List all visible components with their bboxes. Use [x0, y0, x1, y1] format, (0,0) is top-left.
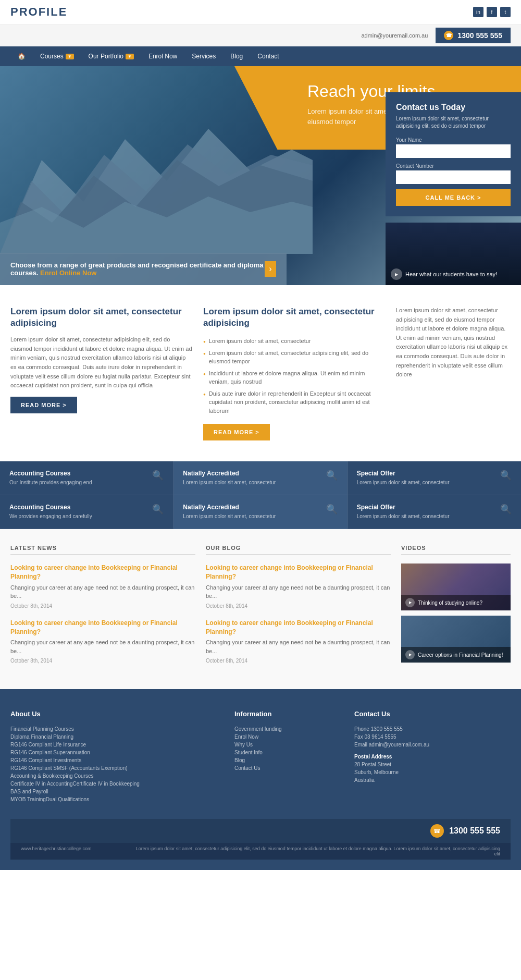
feature-item-2: Natially Accredited Lorem ipsum dolor si…: [173, 461, 347, 495]
video-thumb-2[interactable]: ▶ Career options in Financial Planning!: [401, 616, 511, 663]
top-bar: PROFILE in f t: [0, 0, 521, 24]
footer-link[interactable]: Certificate IV in AccountingCertificate …: [10, 780, 219, 788]
news-date-1: October 8th, 2014: [10, 603, 52, 609]
read-more-button-dark[interactable]: READ MORE >: [10, 397, 77, 413]
footer-link[interactable]: RG146 Compliant Investments: [10, 756, 219, 764]
video-thumb-1[interactable]: ▶ Thinking of studying online?: [401, 564, 511, 610]
footer-contact-title: Contact Us: [354, 710, 511, 718]
footer-link[interactable]: RG146 Compliant SMSF (Accountants Exempt…: [10, 764, 219, 772]
footer-postal-label: Postal Address: [354, 753, 511, 761]
bullet-item: ●Incididunt ut labore et dolore magna al…: [203, 368, 386, 388]
footer-phone-bar: ☎ 1300 555 555: [10, 819, 511, 843]
footer-fax: Fax 03 9614 5555: [354, 733, 511, 741]
nav-courses[interactable]: Courses ▼: [33, 46, 81, 66]
footer-info-link[interactable]: Student Info: [234, 749, 339, 756]
facebook-icon[interactable]: f: [487, 7, 497, 17]
twitter-icon[interactable]: t: [500, 7, 511, 17]
news-text-2: Changing your career at any age need not…: [10, 638, 195, 655]
footer-phone: Phone 1300 555 555: [354, 725, 511, 733]
nav-home[interactable]: 🏠: [10, 46, 33, 66]
news-item-1: Looking to career change into Bookkeepin…: [10, 564, 195, 609]
feature-title-4: Accounting Courses: [9, 504, 92, 511]
footer-bottom-text: Lorem ipsum dolor sit amet, consectetur …: [135, 846, 500, 856]
blog-item-1: Looking to career change into Bookkeepin…: [206, 564, 391, 609]
bullet-item: ●Duis aute irure dolor in reprehenderit …: [203, 388, 386, 417]
hero-enrol-link[interactable]: Enrol Online Now: [40, 269, 96, 277]
feature-icon-1: 🔍: [152, 470, 164, 481]
blog-link-2[interactable]: Looking to career change into Bookkeepin…: [206, 619, 391, 636]
footer-email: Email admin@youremail.com.au: [354, 741, 511, 749]
footer-contact-details: Phone 1300 555 555 Fax 03 9614 5555 Emai…: [354, 725, 511, 784]
video-overlay-1: ▶ Thinking of studying online?: [401, 595, 511, 610]
name-label: Your Name: [396, 137, 511, 143]
footer-link[interactable]: RG146 Compliant Life Insurance: [10, 741, 219, 749]
read-more-button-orange[interactable]: READ MORE >: [203, 424, 270, 440]
nav-contact[interactable]: Contact: [250, 46, 286, 66]
call-back-button[interactable]: CALL ME BACK >: [396, 189, 511, 206]
blog-text-1: Changing your career at any age need not…: [206, 583, 391, 601]
news-blog-section: LATEST NEWS Looking to career change int…: [0, 529, 521, 689]
blog-text-2: Changing your career at any age need not…: [206, 638, 391, 655]
night-play-btn[interactable]: ▶: [391, 268, 402, 280]
name-input[interactable]: [396, 144, 511, 158]
hero-banner-text: Choose from a range of great products an…: [10, 261, 265, 277]
news-col: LATEST NEWS Looking to career change int…: [10, 545, 195, 673]
blog-section-title: OUR BLOG: [206, 545, 391, 555]
nav-services[interactable]: Services: [184, 46, 223, 66]
blog-col: OUR BLOG Looking to career change into B…: [206, 545, 391, 673]
feature-title-2: Natially Accredited: [183, 470, 276, 477]
footer-link[interactable]: Accounting & Bookkeeping Courses: [10, 772, 219, 780]
footer-link[interactable]: Financial Planning Courses: [10, 725, 219, 733]
nav-portfolio[interactable]: Our Portfolio ▼: [81, 46, 141, 66]
video-play-1[interactable]: ▶: [405, 598, 415, 607]
bullet-item: ●Lorem ipsum dolor sit amet, consectetur: [203, 335, 386, 347]
footer-contact: Contact Us Phone 1300 555 555 Fax 03 961…: [354, 710, 511, 803]
contact-bar: admin@youremail.com.au ☎ 1300 555 555: [0, 24, 521, 46]
footer-link[interactable]: BAS and Payroll: [10, 788, 219, 795]
col1-title: Lorem ipsum dolor sit amet, consectetur …: [10, 306, 193, 329]
news-link-2[interactable]: Looking to career change into Bookkeepin…: [10, 619, 195, 636]
feature-icon-3: 🔍: [500, 470, 512, 481]
hero-banner: Choose from a range of great products an…: [0, 253, 287, 285]
footer-info-link[interactable]: Blog: [234, 756, 339, 764]
linkedin-icon[interactable]: in: [473, 7, 483, 17]
footer-info-link[interactable]: Contact Us: [234, 764, 339, 772]
contact-form-overlay: Contact us Today Lorem ipsum dolor sit a…: [386, 92, 521, 216]
news-link-1[interactable]: Looking to career change into Bookkeepin…: [10, 564, 195, 581]
hero-arrow-btn[interactable]: ›: [265, 261, 276, 277]
footer-info: Information Government funding Enrol Now…: [234, 710, 339, 803]
feature-icon-2: 🔍: [326, 470, 338, 481]
contact-input[interactable]: [396, 170, 511, 184]
feature-title-1: Accounting Courses: [9, 470, 92, 477]
footer-link[interactable]: MYOB TrainingDual Qualifications: [10, 795, 219, 803]
footer-address3: Australia: [354, 776, 511, 784]
content-col-3: Lorem ipsum dolor sit amet, consectetur …: [396, 306, 511, 440]
feature-icon-4: 🔍: [152, 504, 164, 515]
main-nav: 🏠 Courses ▼ Our Portfolio ▼ Enrol Now Se…: [0, 46, 521, 66]
feature-desc-5: Lorem ipsum dolor sit amet, consectetur: [183, 513, 276, 520]
feature-item-5: Natially Accredited Lorem ipsum dolor si…: [173, 495, 347, 529]
contact-form-sub: Lorem ipsum dolor sit amet, consectetur …: [396, 115, 511, 130]
blog-date-1: October 8th, 2014: [206, 603, 247, 609]
blog-link-1[interactable]: Looking to career change into Bookkeepin…: [206, 564, 391, 581]
email-display: admin@youremail.com.au: [361, 32, 436, 39]
videos-col: VIDEOS ▶ Thinking of studying online? ▶ …: [401, 545, 511, 673]
footer-info-title: Information: [234, 710, 339, 718]
footer-url: www.heritagechristiancollege.com: [21, 846, 92, 856]
footer-info-link[interactable]: Why Us: [234, 741, 339, 749]
footer-info-link[interactable]: Enrol Now: [234, 733, 339, 741]
feature-title-6: Special Offer: [357, 504, 450, 511]
social-icons: in f t: [473, 7, 511, 17]
feature-desc-2: Lorem ipsum dolor sit amet, consectetur: [183, 479, 276, 486]
content-col-1: Lorem ipsum dolor sit amet, consectetur …: [10, 306, 193, 440]
video-play-2[interactable]: ▶: [405, 650, 415, 659]
footer-bottom-bar: www.heritagechristiancollege.com Lorem i…: [10, 843, 511, 860]
content-col-2: Lorem ipsum dolor sit amet, consectetur …: [203, 306, 386, 440]
footer-link[interactable]: RG146 Compliant Superannuation: [10, 749, 219, 756]
nav-enrol[interactable]: Enrol Now: [141, 46, 184, 66]
nav-blog[interactable]: Blog: [223, 46, 250, 66]
video-overlay-2: ▶ Career options in Financial Planning!: [401, 647, 511, 663]
feature-icon-5: 🔍: [326, 504, 338, 515]
footer-info-link[interactable]: Government funding: [234, 725, 339, 733]
footer-link[interactable]: Diploma Financial Planning: [10, 733, 219, 741]
